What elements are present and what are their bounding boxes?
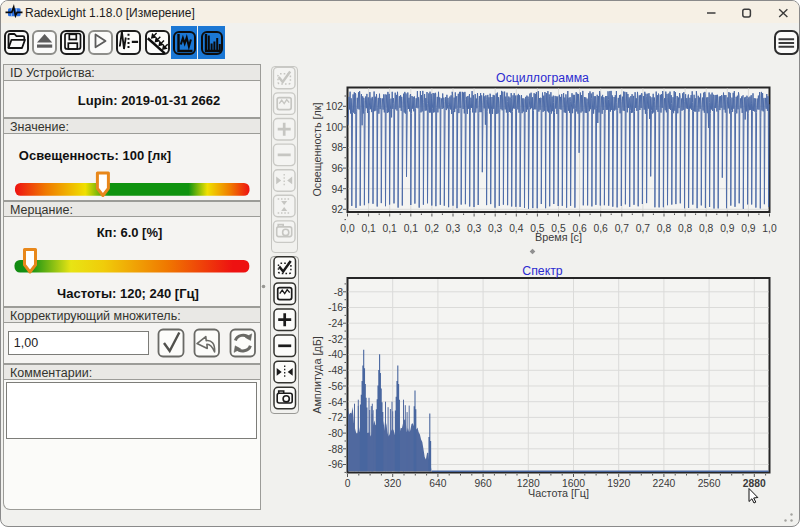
svg-text:640: 640: [429, 478, 446, 489]
svg-text:-8: -8: [334, 287, 343, 298]
svg-text:0,0: 0,0: [340, 223, 355, 234]
svg-text:0,7: 0,7: [636, 223, 651, 234]
svg-text:98: 98: [332, 142, 344, 153]
svg-text:1920: 1920: [607, 478, 630, 489]
svg-text:Время [с]: Время [с]: [535, 231, 582, 243]
svg-text:102: 102: [326, 101, 343, 112]
svg-text:-16: -16: [328, 302, 343, 313]
svg-text:960: 960: [475, 478, 492, 489]
svg-text:-72: -72: [328, 412, 343, 423]
svg-text:0,4: 0,4: [509, 223, 524, 234]
svg-text:100: 100: [326, 122, 343, 133]
svg-text:-48: -48: [328, 365, 343, 376]
svg-text:Амплитуда [дБ]: Амплитуда [дБ]: [311, 336, 323, 414]
svg-text:-88: -88: [328, 444, 343, 455]
svg-text:0,3: 0,3: [488, 223, 503, 234]
svg-text:0,1: 0,1: [361, 223, 376, 234]
svg-text:-80: -80: [328, 428, 343, 439]
svg-text:0,8: 0,8: [699, 223, 714, 234]
svg-text:0,3: 0,3: [467, 223, 482, 234]
svg-text:1,0: 1,0: [762, 223, 777, 234]
svg-text:2240: 2240: [652, 478, 675, 489]
svg-text:0,9: 0,9: [720, 223, 735, 234]
svg-text:-64: -64: [328, 397, 343, 408]
svg-text:-32: -32: [328, 334, 343, 345]
svg-text:0,3: 0,3: [446, 223, 461, 234]
svg-text:0,1: 0,1: [383, 223, 398, 234]
svg-text:Освещенность [лк]: Освещенность [лк]: [311, 102, 323, 196]
svg-text:-24: -24: [328, 318, 343, 329]
svg-text:2560: 2560: [698, 478, 721, 489]
svg-text:0,2: 0,2: [425, 223, 440, 234]
svg-text:94: 94: [332, 184, 344, 195]
svg-text:Спектр: Спектр: [522, 264, 563, 278]
svg-text:2880: 2880: [743, 478, 766, 489]
svg-text:Частота [Гц]: Частота [Гц]: [528, 487, 589, 499]
svg-text:-56: -56: [328, 381, 343, 392]
svg-text:-40: -40: [328, 349, 343, 360]
svg-text:0,8: 0,8: [678, 223, 693, 234]
svg-text:-96: -96: [328, 459, 343, 470]
svg-text:96: 96: [332, 163, 344, 174]
svg-text:320: 320: [384, 478, 401, 489]
svg-text:0,7: 0,7: [615, 223, 630, 234]
svg-text:0,9: 0,9: [741, 223, 756, 234]
svg-text:0,8: 0,8: [657, 223, 672, 234]
svg-text:0: 0: [345, 478, 351, 489]
svg-text:Осциллограмма: Осциллограмма: [496, 71, 589, 85]
svg-text:0,1: 0,1: [404, 223, 419, 234]
svg-text:0,6: 0,6: [594, 223, 609, 234]
svg-text:92: 92: [332, 204, 344, 215]
